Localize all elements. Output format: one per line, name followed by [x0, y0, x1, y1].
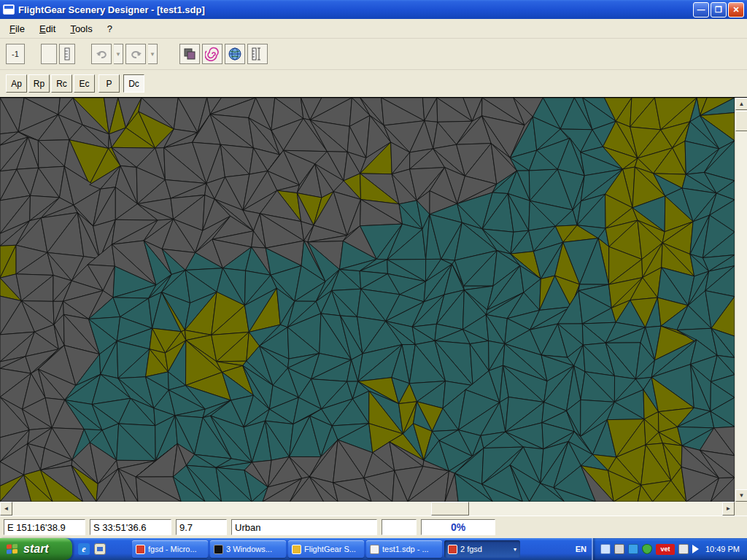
menu-help[interactable]: ?: [102, 21, 117, 36]
scroll-right-button[interactable]: ►: [722, 502, 735, 516]
vertical-scrollbar[interactable]: ▲ ▼: [735, 98, 747, 502]
tool-mode-bar: Ap Rp Rc Ec P Dc: [0, 70, 747, 98]
contour-spiral-icon: [205, 47, 220, 61]
redo-icon: [130, 48, 142, 60]
antivirus-tray-badge[interactable]: vet: [656, 544, 675, 555]
horizontal-scroll-thumb[interactable]: [431, 502, 469, 516]
ruler-button[interactable]: [247, 44, 268, 64]
scenery-view[interactable]: [0, 98, 735, 502]
minimize-button[interactable]: —: [693, 2, 709, 18]
window-title: FlightGear Scenery Designer - [test1.sdp…: [18, 4, 692, 15]
globe-icon: [228, 47, 242, 61]
internet-explorer-icon[interactable]: e: [78, 543, 90, 555]
system-tray: vet 10:49 PM: [592, 538, 747, 560]
task-icon: [136, 545, 145, 554]
language-indicator[interactable]: EN: [570, 538, 592, 560]
layers-button[interactable]: [179, 44, 200, 64]
task-windows-group[interactable]: 3 Windows...: [210, 540, 286, 558]
task-fgsd-group[interactable]: 2 fgsd ▾: [444, 540, 520, 558]
task-icon: [448, 545, 457, 554]
ruler-icon: [251, 47, 264, 61]
menu-bar: File Edit Tools ?: [0, 19, 747, 39]
latitude-field: S 33:51'36.6: [90, 519, 171, 535]
extra-field: [382, 519, 417, 535]
menu-file[interactable]: File: [4, 21, 30, 36]
scenery-canvas[interactable]: [0, 98, 735, 502]
scrollbar-corner: [735, 502, 747, 516]
mode-button-dc[interactable]: Dc: [123, 74, 144, 93]
mode-button-rp[interactable]: Rp: [28, 74, 50, 93]
mode-button-p[interactable]: P: [98, 74, 120, 93]
task-buttons: fgsd - Micro... 3 Windows... FlightGear …: [129, 538, 570, 560]
scroll-up-button[interactable]: ▲: [735, 98, 747, 110]
vertical-scroll-thumb[interactable]: [735, 111, 747, 131]
start-label: start: [23, 542, 49, 556]
app-icon: [3, 4, 15, 15]
contour-button[interactable]: [202, 44, 222, 64]
globe-button[interactable]: [225, 44, 245, 64]
scroll-down-button[interactable]: ▼: [735, 489, 747, 502]
quick-launch: e: [72, 538, 129, 560]
redo-button[interactable]: [125, 44, 146, 64]
ruler-small-icon: [62, 47, 72, 61]
main-area: ▲ ▼: [0, 98, 747, 502]
mode-button-ec[interactable]: Ec: [74, 74, 95, 93]
elevation-field: 9.7: [176, 519, 227, 535]
zoom-level-button[interactable]: -1: [6, 44, 25, 64]
layer-button-1[interactable]: [41, 44, 57, 64]
windows-taskbar: start e fgsd - Micro... 3 Windows... Fli…: [0, 538, 747, 560]
layer-button-2[interactable]: [59, 44, 75, 64]
console-icon: [214, 545, 223, 554]
mode-button-rc[interactable]: Rc: [51, 74, 72, 93]
task-fgsd-micro[interactable]: fgsd - Micro...: [132, 540, 208, 558]
undo-icon: [96, 48, 108, 60]
undo-button[interactable]: [91, 44, 112, 64]
users-tray-icon[interactable]: [600, 544, 611, 554]
volume-tray-icon[interactable]: [678, 544, 689, 554]
start-button[interactable]: start: [0, 538, 72, 560]
material-field[interactable]: Urban: [231, 519, 377, 535]
layers-icon: [183, 47, 196, 61]
task-icon: [292, 545, 301, 554]
shield-tray-icon[interactable]: [642, 544, 652, 554]
network-tray-icon[interactable]: [628, 544, 638, 554]
menu-tools[interactable]: Tools: [65, 21, 97, 36]
windows-flag-icon: [6, 542, 19, 556]
status-bar: E 151:16'38.9 S 33:51'36.6 9.7 Urban 0%: [0, 516, 747, 538]
horizontal-scroll-track[interactable]: [12, 502, 722, 516]
maximize-button[interactable]: ❐: [711, 2, 727, 18]
document-icon: [370, 545, 379, 554]
title-bar: FlightGear Scenery Designer - [test1.sdp…: [0, 0, 747, 19]
play-tray-icon[interactable]: [692, 545, 699, 553]
menu-edit[interactable]: Edit: [34, 21, 61, 36]
redo-dropdown-arrow[interactable]: ▼: [148, 44, 158, 64]
progress-indicator: 0%: [421, 519, 495, 535]
task-flightgear[interactable]: FlightGear S...: [288, 540, 364, 558]
mode-button-ap[interactable]: Ap: [6, 74, 27, 93]
show-desktop-icon[interactable]: [94, 543, 106, 555]
scroll-left-button[interactable]: ◄: [0, 502, 12, 516]
undo-dropdown-arrow[interactable]: ▼: [114, 44, 123, 64]
horizontal-scrollbar[interactable]: ◄ ►: [0, 502, 747, 516]
toolbar: -1 ▼ ▼: [0, 39, 747, 70]
chevron-down-icon: ▾: [514, 546, 516, 553]
clock: 10:49 PM: [705, 545, 740, 553]
vertical-scroll-track[interactable]: [735, 110, 747, 489]
longitude-field: E 151:16'38.9: [4, 519, 85, 535]
keyboard-tray-icon[interactable]: [614, 544, 624, 554]
application-window: FlightGear Scenery Designer - [test1.sdp…: [0, 0, 747, 560]
close-button[interactable]: ✕: [728, 2, 744, 18]
task-test1-sdp[interactable]: test1.sdp - ...: [366, 540, 442, 558]
